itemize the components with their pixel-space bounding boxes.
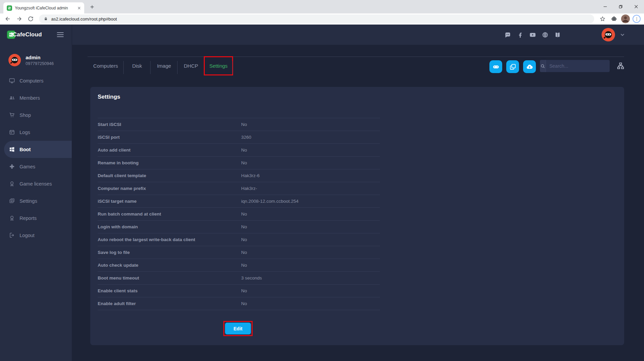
cart-icon [9, 112, 15, 118]
table-row: Save log to file No [98, 246, 380, 259]
table-row: Computer name prefix Hak3rz- [98, 182, 380, 195]
browser-tab-title: Youngzsoft iCafeCloud admin [15, 6, 75, 10]
sidebar-item-label: Computers [20, 78, 43, 84]
browser-profile-avatar[interactable] [621, 14, 630, 23]
setting-value: No [241, 122, 247, 127]
search-icon [540, 60, 546, 72]
copy-button[interactable] [506, 60, 519, 73]
setting-label: Save log to file [98, 250, 241, 255]
sidebar-item-members[interactable]: Members [0, 89, 72, 106]
sidebar-item-label: Boot [20, 147, 31, 152]
badge-icon [9, 180, 15, 187]
sidebar-item-label: Members [20, 95, 40, 101]
sidebar-item-settings[interactable]: Settings [0, 192, 72, 209]
account-avatar[interactable] [602, 28, 615, 41]
menu-toggle-button[interactable] [57, 31, 64, 38]
setting-value: No [241, 237, 247, 242]
tab-disk[interactable]: Disk [124, 57, 151, 75]
sidebar-item-games[interactable]: Games [0, 158, 72, 175]
sidebar-item-label: Games [20, 164, 35, 169]
sidebar-item-logs[interactable]: Logs [0, 124, 72, 141]
user-name: admin [26, 55, 54, 60]
setting-value: No [241, 160, 247, 165]
table-row: iSCSI target name iqn.2008-12.com.ccboot… [98, 195, 380, 207]
search-input[interactable] [546, 63, 610, 69]
table-row: Start iSCSI No [98, 118, 380, 131]
table-row: Auto reboot the largest write-back data … [98, 233, 380, 246]
setting-label: Auto reboot the largest write-back data … [98, 237, 241, 242]
tab-dhcp[interactable]: DHCP [178, 57, 204, 75]
setting-label: Login with domain [98, 224, 241, 229]
sidebar-menu: Computers Members Shop Logs Boot Games G… [0, 72, 72, 244]
setting-label: Boot menu timeout [98, 275, 241, 281]
calendar-icon [9, 129, 15, 135]
user-avatar[interactable] [8, 54, 21, 66]
sidebar-item-reports[interactable]: Reports [0, 209, 72, 227]
sidebar: admin 097797250946 Computers Members Sho… [0, 45, 72, 361]
window-minimize-button[interactable] [598, 0, 613, 13]
tab-label: DHCP [184, 63, 198, 69]
setting-value: No [241, 301, 247, 306]
setting-label: iSCSI target name [98, 199, 241, 204]
tab-settings[interactable]: Settings [204, 57, 232, 75]
settings-panel: Settings Start iSCSI No iSCSI port 3260 … [90, 87, 624, 345]
tab-computers[interactable]: Computers [88, 57, 124, 75]
facebook-icon[interactable] [517, 31, 524, 38]
dpad-icon [9, 163, 15, 170]
browser-reload-button[interactable] [26, 14, 35, 23]
annotation-box: Edit [223, 321, 253, 336]
setting-label: iSCSI port [98, 135, 241, 140]
tab-image[interactable]: Image [151, 57, 178, 75]
tab-close-icon[interactable] [77, 6, 81, 10]
book-icon[interactable] [554, 31, 561, 38]
main-content: Computers Disk Image DHCP Settings Setti… [72, 45, 644, 361]
sidebar-item-label: Logout [20, 233, 34, 238]
tab-label: Computers [93, 63, 118, 69]
extensions-icon[interactable] [610, 14, 618, 23]
bookmark-star-icon[interactable] [598, 14, 607, 23]
sidebar-item-label: Settings [20, 198, 37, 204]
table-row: Auto add client No [98, 143, 380, 156]
browser-menu-icon[interactable] [633, 15, 641, 23]
users-icon [9, 95, 15, 101]
sidebar-item-shop[interactable]: Shop [0, 106, 72, 124]
tab-label: Image [157, 63, 171, 69]
toolbar-actions [489, 60, 536, 73]
user-id: 097797250946 [26, 61, 54, 66]
window-controls [598, 0, 644, 13]
setting-label: Computer name prefix [98, 186, 241, 191]
sidebar-item-label: Logs [20, 130, 30, 135]
chevron-down-icon[interactable] [620, 33, 624, 36]
setting-label: Default client template [98, 173, 241, 178]
table-row: Enable adult filter No [98, 297, 380, 310]
discord-icon[interactable] [504, 31, 511, 38]
sidebar-item-boot[interactable]: Boot [4, 141, 72, 158]
browser-tab[interactable]: Youngzsoft iCafeCloud admin [3, 2, 84, 13]
edit-button[interactable]: Edit [225, 323, 251, 334]
monitor-icon [9, 77, 15, 84]
table-row: Login with domain No [98, 220, 380, 233]
browser-forward-button[interactable] [15, 14, 24, 23]
cloud-upload-button[interactable] [523, 60, 536, 73]
window-close-button[interactable] [629, 0, 644, 13]
youtube-icon[interactable] [529, 31, 536, 38]
sidebar-item-logout[interactable]: Logout [0, 227, 72, 244]
gamepad-button[interactable] [489, 60, 502, 73]
globe-icon[interactable] [542, 31, 549, 38]
window-maximize-button[interactable] [613, 0, 629, 13]
sidebar-item-computers[interactable]: Computers [0, 72, 72, 89]
address-bar[interactable]: as2.icafecloud.com/root.php#boot [39, 14, 594, 23]
browser-back-button[interactable] [3, 14, 12, 23]
brand-favicon [7, 5, 12, 11]
network-map-icon[interactable] [617, 62, 624, 70]
sidebar-item-game-licenses[interactable]: Game licenses [0, 175, 72, 192]
table-row: Enable client stats No [98, 284, 380, 297]
setting-label: Start iSCSI [98, 122, 241, 127]
new-tab-button[interactable] [90, 4, 95, 9]
sidebar-item-label: Reports [20, 216, 37, 221]
setting-value: No [241, 224, 247, 229]
header-divider [72, 25, 72, 45]
setting-value: Hak3rz- [241, 186, 257, 191]
setting-value: 3260 [241, 135, 251, 140]
sidebar-user-block: admin 097797250946 [0, 45, 72, 66]
